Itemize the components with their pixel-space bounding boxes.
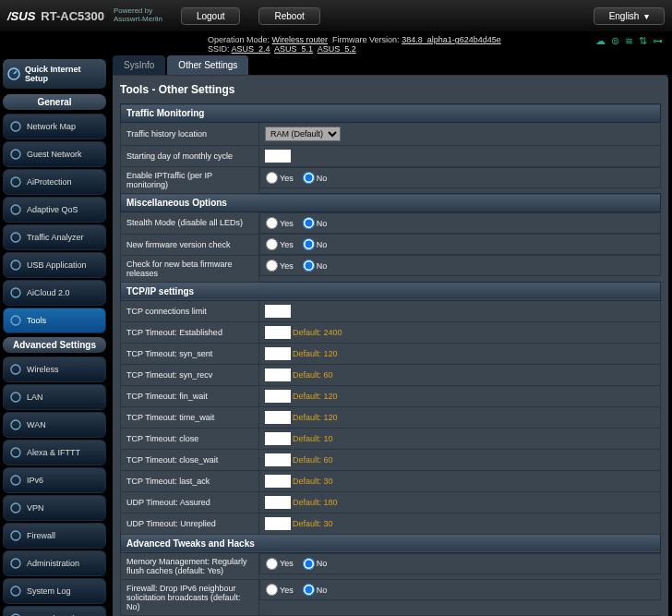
- svg-point-16: [11, 559, 20, 568]
- section-adv-hdr: Advanced Tweaks and Hacks: [121, 534, 661, 552]
- nav-icon: [9, 446, 22, 459]
- nav-icon: [9, 418, 22, 431]
- tcpip-input[interactable]: [265, 453, 291, 466]
- nav-icon: [9, 363, 22, 376]
- sidebar-item-adaptive-qos[interactable]: Adaptive QoS: [3, 197, 106, 223]
- sidebar-item-tools[interactable]: Tools: [3, 308, 106, 333]
- tcpip-input[interactable]: [265, 432, 291, 445]
- tcpip-input[interactable]: [265, 475, 291, 488]
- sidebar-item-label: VPN: [27, 503, 44, 513]
- sidebar: Quick Internet Setup General Network Map…: [0, 55, 109, 616]
- tcpip-input[interactable]: [265, 305, 291, 318]
- sidebar-item-wireless[interactable]: Wireless: [3, 356, 106, 382]
- default-value: Default: 60: [293, 455, 333, 465]
- sidebar-item-wan[interactable]: WAN: [3, 412, 106, 438]
- sidebar-item-alexa-ifttt[interactable]: Alexa & IFTTT: [3, 440, 106, 465]
- tcpip-input[interactable]: [265, 326, 291, 339]
- sidebar-item-network-tools[interactable]: Network Tools: [3, 606, 106, 616]
- nav-icon: [9, 391, 22, 404]
- svg-point-2: [11, 150, 20, 159]
- svg-point-5: [11, 233, 20, 242]
- sidebar-item-aicloud-2-0[interactable]: AiCloud 2.0: [3, 280, 106, 306]
- nav-icon: [9, 585, 22, 598]
- nav-icon: [9, 501, 22, 514]
- tcpip-input[interactable]: [265, 347, 291, 360]
- usb-icon: ⊶: [653, 35, 663, 47]
- svg-point-14: [11, 503, 20, 513]
- tcpip-input[interactable]: [265, 368, 291, 381]
- qis-button[interactable]: Quick Internet Setup: [3, 59, 106, 89]
- sidebar-item-system-log[interactable]: System Log: [3, 578, 106, 604]
- svg-point-17: [11, 586, 20, 596]
- yesno-radio[interactable]: YesNo: [259, 579, 661, 600]
- sidebar-item-label: AiProtection: [27, 177, 72, 187]
- panel-title: Tools - Other Settings: [120, 83, 661, 96]
- sidebar-item-label: Guest Network: [27, 150, 82, 159]
- brand-logo: /SUS: [7, 9, 35, 23]
- section-misc-hdr: Miscellaneous Options: [121, 194, 661, 212]
- tab-other-settings[interactable]: Other Settings: [167, 55, 248, 75]
- powered-by: Powered by Asuswrt-Merlin: [114, 7, 162, 24]
- sidebar-item-label: Alexa & IFTTT: [27, 448, 80, 457]
- header-bar: /SUS RT-AC5300 Powered by Asuswrt-Merlin…: [0, 0, 672, 31]
- sidebar-item-ipv6[interactable]: IPv6: [3, 467, 106, 493]
- default-value: Default: 120: [293, 349, 338, 358]
- ssid-link-2[interactable]: ASUS_5.1: [274, 44, 313, 54]
- tcpip-input[interactable]: [265, 390, 291, 403]
- fw-link[interactable]: 384.8_alpha1-g624b4d45e: [402, 35, 501, 44]
- default-value: Default: 10: [293, 434, 333, 443]
- svg-point-13: [11, 476, 20, 485]
- yesno-radio[interactable]: YesNo: [259, 553, 661, 574]
- sidebar-item-label: Firewall: [27, 531, 55, 540]
- nav-icon: [9, 286, 22, 299]
- section-traffic-hdr: Traffic Monitoring: [121, 104, 661, 123]
- sidebar-item-label: WAN: [27, 420, 46, 429]
- nav-icon: [9, 314, 22, 327]
- default-value: Default: 2400: [293, 328, 342, 337]
- ssid-link-1[interactable]: ASUS_2.4: [232, 44, 270, 54]
- sidebar-item-lan[interactable]: LAN: [3, 384, 106, 410]
- sidebar-item-label: Wireless: [27, 365, 59, 374]
- nav-icon: [9, 231, 22, 244]
- ssid-link-3[interactable]: ASUS_5.2: [318, 44, 356, 54]
- tab-sysinfo[interactable]: SysInfo: [113, 55, 165, 75]
- nav-icon: [9, 175, 22, 188]
- default-value: Default: 180: [293, 498, 338, 507]
- nav-icon: [9, 148, 22, 161]
- start-day-input[interactable]: [265, 150, 291, 163]
- sidebar-item-label: Adaptive QoS: [27, 205, 78, 214]
- svg-point-12: [11, 448, 20, 457]
- sidebar-item-traffic-analyzer[interactable]: Traffic Analyzer: [3, 224, 106, 250]
- sidebar-item-network-map[interactable]: Network Map: [3, 114, 106, 139]
- link-icon: ⇅: [639, 35, 647, 47]
- yesno-radio[interactable]: YesNo: [259, 212, 661, 234]
- tcpip-input[interactable]: [265, 517, 291, 530]
- sidebar-item-guest-network[interactable]: Guest Network: [3, 141, 106, 167]
- sidebar-item-vpn[interactable]: VPN: [3, 495, 106, 521]
- model-name: RT-AC5300: [41, 9, 104, 23]
- reboot-button[interactable]: Reboot: [258, 7, 319, 25]
- logout-button[interactable]: Logout: [181, 7, 241, 25]
- op-mode-link[interactable]: Wireless router: [272, 35, 329, 44]
- traffic-loc-select[interactable]: RAM (Default): [265, 127, 341, 141]
- language-select[interactable]: English ▾: [594, 7, 665, 25]
- sidebar-item-usb-application[interactable]: USB Application: [3, 252, 106, 278]
- svg-point-10: [11, 393, 20, 402]
- svg-point-6: [11, 260, 20, 270]
- info-bar: Operation Mode: Wireless router Firmware…: [0, 31, 672, 55]
- wifi-icon: ⊚: [611, 35, 619, 47]
- status-icons: ☁ ⊚ ≋ ⇅ ⊶: [595, 35, 663, 47]
- default-value: Default: 120: [293, 392, 338, 401]
- sidebar-item-firewall[interactable]: Firewall: [3, 523, 106, 549]
- svg-point-11: [11, 420, 20, 429]
- sidebar-item-aiprotection[interactable]: AiProtection: [3, 169, 106, 195]
- nav-icon: [9, 612, 22, 616]
- yesno-radio[interactable]: YesNo: [259, 255, 661, 276]
- iptraffic-radio[interactable]: YesNo: [259, 167, 661, 188]
- sidebar-item-administration[interactable]: Administration: [3, 550, 106, 576]
- yesno-radio[interactable]: YesNo: [259, 234, 661, 255]
- default-value: Default: 30: [293, 477, 333, 486]
- tcpip-input[interactable]: [265, 496, 291, 509]
- tcpip-input[interactable]: [265, 411, 291, 424]
- svg-point-1: [11, 122, 20, 131]
